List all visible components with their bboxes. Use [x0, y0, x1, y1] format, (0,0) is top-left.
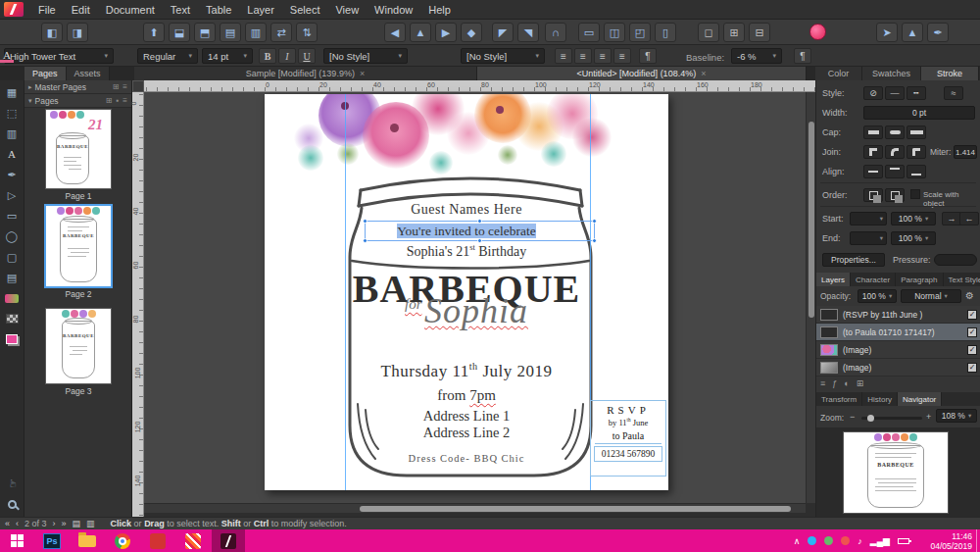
zoom-slider[interactable] [861, 417, 922, 420]
menu-select[interactable]: Select [282, 4, 328, 16]
rsvp-text-frame[interactable]: RSVP by 11th June to Paula 01234 567890 [590, 400, 666, 477]
page-thumbnail-1[interactable]: 21 BARBEQUE [46, 110, 111, 188]
order-front-icon[interactable]: ⬆ [143, 23, 165, 42]
menu-help[interactable]: Help [420, 4, 459, 16]
align-left-text-button[interactable]: ≡ [555, 48, 572, 64]
navigator-preview-area[interactable]: BARBEQUE [816, 427, 980, 517]
tab-paragraph[interactable]: Paragraph [896, 273, 943, 286]
tab-navigator[interactable]: Navigator [898, 392, 942, 406]
view-mode-icon[interactable]: ◻ [698, 23, 719, 42]
font-family-select[interactable]: High Tower Text ▾ [4, 48, 114, 64]
rectangle-tool-icon[interactable]: ▭ [4, 209, 21, 223]
menu-window[interactable]: Window [367, 4, 420, 16]
start-pressure-select[interactable]: ▾ [850, 212, 887, 226]
tab-text-styles[interactable]: Text Styles [944, 273, 980, 286]
add-page-icon[interactable]: ⊞ [106, 96, 113, 105]
show-special-characters-button[interactable]: ¶ [794, 48, 811, 64]
zoom-value-input[interactable]: 108 % ▾ [936, 409, 977, 423]
insert-column-icon[interactable]: ▯ [655, 23, 676, 42]
order-back-icon[interactable]: ▤ [220, 23, 241, 42]
for-sophia-script-text[interactable]: for Sophia [270, 290, 662, 331]
start-button[interactable] [0, 529, 33, 552]
zoom-actual-icon[interactable]: ⊟ [749, 23, 770, 42]
paragraph-panel-button[interactable]: ¶ [639, 48, 657, 64]
end-pressure-select[interactable]: ▾ [850, 231, 887, 245]
date-line-text[interactable]: Thursday 11th July 2019 [270, 361, 662, 381]
pen-tool-icon[interactable]: ✒ [4, 168, 21, 181]
node-tool-icon[interactable]: ▲ [902, 23, 923, 42]
transparency-tool-icon[interactable] [4, 312, 21, 326]
insert-shape-icon[interactable]: ◰ [629, 23, 651, 42]
tray-alert-icon[interactable] [841, 536, 850, 545]
bold-button[interactable]: B [259, 48, 276, 64]
insert-frame-icon[interactable]: ▭ [578, 23, 600, 42]
crop-tool-icon[interactable]: ▢ [4, 250, 21, 264]
layer-row-rsvp[interactable]: (RSVP by 11th June ) ✓ [816, 306, 980, 324]
taskbar-publisher-active[interactable] [212, 529, 245, 552]
color-swatch-icon[interactable] [4, 332, 21, 346]
stroke-behind-button[interactable] [863, 188, 883, 202]
align-right-icon[interactable]: ▶ [435, 23, 457, 42]
join-miter-button[interactable] [863, 145, 883, 159]
stroke-solid-button[interactable]: — [885, 86, 905, 100]
group-icon[interactable]: ▥ [245, 23, 267, 42]
properties-button[interactable]: Properties... [822, 253, 885, 267]
close-icon[interactable]: × [360, 69, 365, 78]
page-label-1[interactable]: Page 1 [24, 191, 132, 201]
italic-button[interactable]: I [278, 48, 296, 64]
page-label-3[interactable]: Page 3 [24, 386, 132, 396]
align-inside-stroke-button[interactable] [885, 165, 905, 178]
layer-list-icon[interactable]: ≡ [820, 378, 825, 388]
tab-pages[interactable]: Pages [24, 67, 67, 80]
text-selection-frame[interactable] [365, 221, 595, 241]
place-image-tool-icon[interactable]: ▤ [4, 271, 21, 284]
taskbar-app-red[interactable] [141, 529, 174, 552]
end-scale-input[interactable]: 100 % ▾ [891, 231, 936, 245]
horizontal-scrollbar[interactable] [144, 503, 806, 513]
stroke-dash-button[interactable]: ╍ [906, 86, 926, 100]
stroke-front-button[interactable] [885, 188, 905, 202]
single-page-view-icon[interactable]: ▤ [73, 519, 81, 528]
gradient-tool-icon[interactable] [4, 291, 21, 305]
document-tab-untitled[interactable]: <Untitled> [Modified] (108.4%) × [477, 67, 807, 80]
order-down-icon[interactable]: ⬒ [194, 23, 216, 42]
zoom-plus-icon[interactable]: + [926, 412, 931, 422]
tab-color[interactable]: Color [815, 67, 862, 80]
vertical-scrollbar[interactable] [806, 92, 815, 503]
menu-edit[interactable]: Edit [64, 4, 98, 16]
zoom-fit-icon[interactable]: ⊞ [723, 23, 745, 42]
scale-with-object-checkbox[interactable] [910, 189, 920, 199]
layer-row-image[interactable]: (Image) ✓ [816, 359, 980, 376]
tab-history[interactable]: History [862, 392, 898, 406]
pen-tool-icon[interactable]: ✒ [927, 23, 949, 42]
tab-transform[interactable]: Transform [816, 392, 862, 406]
flip-horizontal-icon[interactable]: ⇄ [270, 23, 292, 42]
selection-handle[interactable] [363, 219, 368, 224]
next-page-icon[interactable]: › [53, 519, 56, 528]
blend-mode-select[interactable]: Normal ▾ [901, 289, 961, 303]
zoom-slider-thumb[interactable] [867, 415, 874, 422]
menu-file[interactable]: File [30, 4, 64, 16]
tab-swatches[interactable]: Swatches [862, 67, 921, 80]
menu-view[interactable]: View [327, 4, 367, 16]
swap-start-icon[interactable]: → [942, 212, 961, 226]
stroke-brush-button[interactable]: ≈ [944, 86, 963, 100]
align-center-stroke-button[interactable] [863, 165, 883, 178]
tab-layers[interactable]: Layers [816, 273, 851, 286]
horizontal-scrollbar-thumb[interactable] [360, 506, 791, 512]
flip-vertical-icon[interactable]: ⇅ [296, 23, 318, 42]
close-icon[interactable]: × [701, 69, 706, 78]
opacity-input[interactable]: 100 % ▾ [858, 289, 897, 303]
page-thumbnail-3[interactable]: BARBEQUE [46, 309, 111, 383]
tab-stroke[interactable]: Stroke [921, 67, 979, 80]
layer-visibility-checkbox[interactable]: ✓ [967, 327, 977, 337]
underline-button[interactable]: U [298, 48, 316, 64]
layer-mask-icon[interactable]: ◐ [844, 378, 849, 388]
snapping-icon[interactable]: ∩ [545, 23, 566, 42]
align-left-icon[interactable]: ◀ [384, 23, 406, 42]
paragraph-style-select[interactable]: [No Style] ▾ [461, 48, 545, 64]
layer-effects-icon[interactable]: ƒ [832, 378, 837, 388]
gear-icon[interactable]: ⚙ [965, 290, 974, 301]
guest-names-text[interactable]: Guest Names Here [270, 202, 662, 218]
tray-status-icon[interactable] [824, 536, 833, 545]
